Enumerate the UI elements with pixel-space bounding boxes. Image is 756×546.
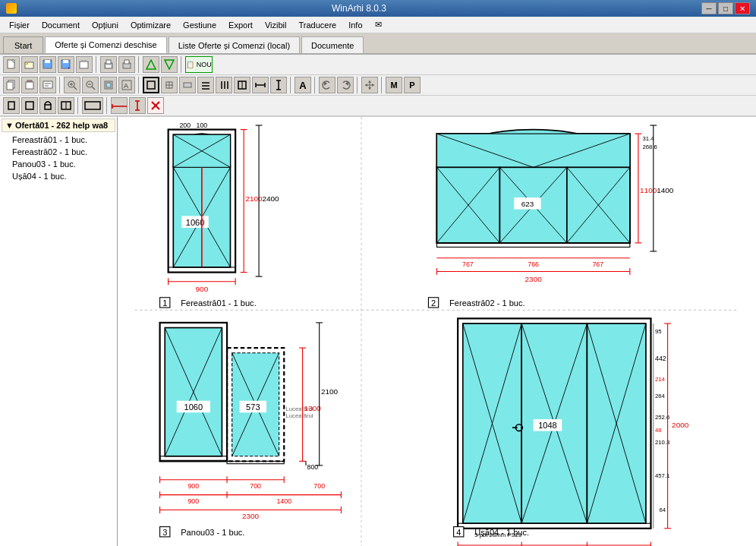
tab-start[interactable]: Start [3, 36, 43, 53]
svg-rect-65 [45, 105, 51, 109]
dim-48: 48 [655, 427, 662, 434]
svg-rect-98 [437, 134, 630, 167]
tab-documente[interactable]: Documente [301, 36, 364, 53]
sep7 [314, 77, 316, 93]
tree-root[interactable]: ▼ Ofertă01 - 262 help wa8 [2, 118, 115, 132]
svg-line-30 [92, 87, 95, 90]
sep8 [357, 77, 358, 93]
toolbar-edit1[interactable] [143, 56, 159, 73]
dim-900-1: 900 [196, 285, 209, 293]
toolbar-zoom-out[interactable] [82, 77, 99, 93]
toolbar-zoom-all[interactable]: A [118, 77, 135, 93]
toolbar-window1[interactable] [3, 97, 20, 114]
sep3 [181, 56, 182, 73]
tree-item-4-label: Ușă04 - 1 buc. [12, 172, 67, 181]
drawing3-label: Panou03 - 1 buc. [181, 528, 244, 537]
toolbar-window3[interactable] [58, 97, 74, 114]
toolbar-rect2[interactable] [179, 77, 196, 93]
svg-marker-62 [372, 84, 374, 87]
drawing2-num: 2 [431, 298, 436, 308]
svg-rect-2 [25, 62, 33, 68]
menu-traducere[interactable]: Traducere [292, 19, 342, 31]
toolbar-text[interactable]: A [295, 77, 311, 93]
toolbar-rect[interactable] [143, 77, 159, 93]
toolbar-arc-window[interactable] [39, 97, 56, 114]
title-bar-title: WinArhi 8.0.3 [17, 3, 701, 14]
toolbar-print2[interactable] [118, 56, 135, 73]
drawing-area[interactable]: 1060 900 2100 2400 200 100 1 [118, 117, 756, 546]
tree-item-2[interactable]: Fereastră02 - 1 buc. [0, 146, 117, 158]
dim-2000-4: 2000 [672, 421, 689, 429]
menu-vizibil[interactable]: Vizibil [259, 19, 293, 31]
toolbar-zoom-in[interactable] [64, 77, 80, 93]
toolbar-zoom-fit[interactable] [100, 77, 117, 93]
toolbar-dim-h[interactable] [111, 97, 128, 114]
dim-767: 767 [462, 260, 474, 268]
toolbar-line-h[interactable] [197, 77, 214, 93]
dim-700-3b: 700 [250, 482, 261, 490]
drawing1-label: Fereastră01 - 1 buc. [181, 298, 256, 308]
svg-rect-21 [26, 82, 33, 89]
svg-marker-59 [368, 80, 371, 83]
toolbar-window2[interactable] [21, 97, 38, 114]
toolbar-cross[interactable] [161, 77, 178, 93]
menu-document[interactable]: Document [36, 19, 86, 31]
tab-oferte-comenzi[interactable]: Oferte și Comenzi deschise [45, 36, 167, 53]
toolbar-p[interactable]: P [404, 77, 421, 93]
dim-31-4: 31.4 [642, 135, 654, 142]
svg-rect-19 [7, 82, 13, 90]
close-button[interactable]: ✕ [735, 2, 750, 14]
dim-214: 214 [655, 376, 666, 383]
toolbar-print[interactable] [100, 56, 117, 73]
dim-264: 264 [655, 393, 666, 399]
tree-item-1[interactable]: Fereastră01 - 1 buc. [0, 134, 117, 146]
svg-rect-10 [81, 60, 87, 62]
svg-rect-33 [106, 83, 111, 87]
toolbar-save2[interactable]: + [58, 56, 74, 73]
tab-liste[interactable]: Liste Oferte și Comenzi (local) [169, 36, 300, 53]
minimize-button[interactable]: ─ [701, 2, 717, 14]
toolbar-copy[interactable] [3, 77, 20, 93]
toolbar-new[interactable] [3, 56, 20, 73]
tree-item-4[interactable]: Ușă04 - 1 buc. [0, 170, 117, 182]
menu-fisier[interactable]: Fișier [3, 19, 36, 31]
toolbar-dim-v[interactable] [129, 97, 146, 114]
toolbar-panel[interactable] [82, 97, 103, 114]
drawing2-label: Fereastră02 - 1 buc. [449, 298, 524, 308]
menu-mail[interactable]: ✉ [369, 18, 388, 31]
drawing1-num: 1 [162, 298, 167, 308]
menu-bar: Fișier Document Opțiuni Optimizare Gesti… [0, 17, 756, 33]
menu-gestiune[interactable]: Gestiune [177, 19, 222, 31]
toolbar-redo[interactable] [337, 77, 354, 93]
tree-item-3[interactable]: Panou03 - 1 buc. [0, 158, 117, 170]
toolbar-m[interactable]: M [386, 77, 402, 93]
menu-info[interactable]: Info [342, 19, 368, 31]
toolbar-properties[interactable] [39, 77, 56, 93]
toolbars-container: + 📋 NOU [0, 55, 756, 117]
toolbar-delete[interactable] [147, 97, 164, 114]
menu-export[interactable]: Export [222, 19, 259, 31]
label-1060-3: 1060 [184, 402, 203, 412]
dim-900-3d: 900 [187, 497, 199, 505]
toolbar-measure-v[interactable] [270, 77, 287, 93]
toolbar-new-order[interactable]: 📋 NOU [185, 56, 213, 73]
menu-optiuni[interactable]: Opțiuni [86, 19, 124, 31]
toolbar-measure-h[interactable] [252, 77, 269, 93]
maximize-button[interactable]: □ [718, 2, 733, 14]
svg-rect-40 [184, 83, 191, 87]
toolbar-open[interactable] [21, 56, 38, 73]
expand-root: ▼ [5, 121, 14, 130]
toolbar-undo[interactable] [319, 77, 335, 93]
dim-1400-2: 1400 [657, 186, 674, 194]
svg-marker-61 [365, 84, 367, 87]
svg-rect-63 [8, 102, 14, 109]
toolbar-rect3[interactable] [234, 77, 250, 93]
toolbar-edit2[interactable] [161, 56, 178, 73]
toolbar-save[interactable] [39, 56, 56, 73]
menu-optimizare[interactable]: Optimizare [124, 19, 177, 31]
toolbar-line-v[interactable] [216, 77, 232, 93]
toolbar-move[interactable] [361, 77, 378, 93]
toolbar-print-preview[interactable] [76, 56, 93, 73]
toolbar-paste[interactable] [21, 77, 38, 93]
sep4 [59, 77, 61, 93]
